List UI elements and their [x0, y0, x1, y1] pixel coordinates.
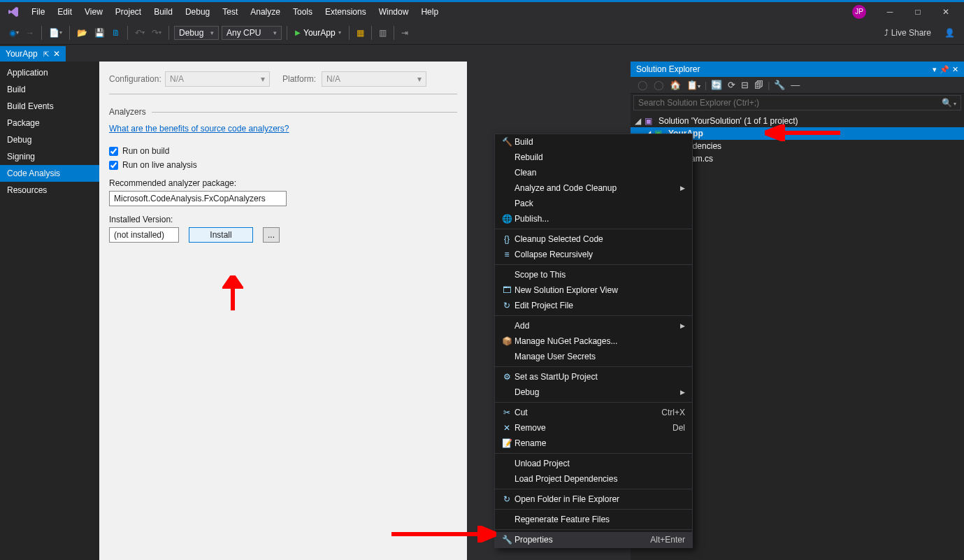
feedback-button[interactable]: 👤 — [942, 27, 958, 39]
menu-file[interactable]: File — [25, 4, 51, 20]
maximize-button[interactable]: □ — [904, 2, 932, 22]
ctx-set-as-startup-project[interactable]: ⚙Set as StartUp Project — [495, 369, 692, 385]
refresh-icon[interactable]: ⟳ — [728, 80, 735, 90]
ctx-cleanup-selected-code[interactable]: {}Cleanup Selected Code — [495, 231, 692, 247]
nav-signing[interactable]: Signing — [0, 148, 99, 165]
home-icon[interactable]: 🏠 — [670, 80, 681, 90]
ctx-add[interactable]: Add▶ — [495, 318, 692, 333]
config-dropdown[interactable]: Debug▾ — [174, 26, 219, 40]
ctx-regenerate-feature-files[interactable]: Regenerate Feature Files — [495, 512, 692, 527]
ctx-manage-nuget-packages-[interactable]: 📦Manage NuGet Packages... — [495, 333, 692, 349]
main-menu: FileEditViewProjectBuildDebugTestAnalyze… — [25, 4, 445, 20]
analyzer-benefits-link[interactable]: What are the benefits of source code ana… — [109, 124, 289, 134]
ctx-build[interactable]: 🔨Build — [495, 134, 692, 150]
step-button[interactable]: ⇥ — [398, 27, 411, 39]
collapse-icon[interactable]: ⊟ — [741, 80, 749, 90]
ctx-collapse-recursively[interactable]: ≡Collapse Recursively — [495, 247, 692, 262]
ctx-manage-user-secrets[interactable]: Manage User Secrets — [495, 349, 692, 364]
pin-icon[interactable]: ⇱ — [43, 50, 49, 58]
nav-code-analysis[interactable]: Code Analysis — [0, 165, 99, 182]
document-tab[interactable]: YourApp ⇱ ✕ — [0, 46, 66, 62]
back-button[interactable]: ◉▾ — [6, 27, 22, 39]
ctx-debug[interactable]: Debug▶ — [495, 385, 692, 400]
menu-view[interactable]: View — [78, 4, 109, 20]
new-item-button[interactable]: 📄▾ — [46, 27, 65, 39]
open-button[interactable]: 📂 — [74, 27, 90, 39]
back-icon[interactable]: ◯ — [638, 80, 648, 90]
run-on-live-checkbox[interactable] — [109, 161, 118, 170]
menu-test[interactable]: Test — [216, 4, 244, 20]
properties-icon[interactable]: 🔧 — [774, 80, 785, 90]
tab-close-icon[interactable]: ✕ — [53, 49, 60, 59]
ctx-scope-to-this[interactable]: Scope to This — [495, 267, 692, 282]
ctx-properties[interactable]: 🔧PropertiesAlt+Enter — [495, 532, 692, 547]
redo-button[interactable]: ↷▾ — [149, 27, 164, 39]
nav-resources[interactable]: Resources — [0, 182, 99, 199]
rec-pkg-label: Recommended analyzer package: — [109, 178, 457, 188]
liveshare-button[interactable]: ⤴Live Share — [882, 27, 934, 39]
menu-analyze[interactable]: Analyze — [244, 4, 287, 20]
nav-build[interactable]: Build — [0, 81, 99, 98]
ctx-publish-[interactable]: 🌐Publish... — [495, 211, 692, 227]
dropdown-icon[interactable]: ▾ — [933, 65, 937, 74]
nav-package[interactable]: Package — [0, 115, 99, 131]
run-on-build-checkbox[interactable] — [109, 147, 118, 156]
ctx-clean[interactable]: Clean — [495, 165, 692, 180]
ctx-icon: ✂ — [499, 408, 515, 417]
nav-build-events[interactable]: Build Events — [0, 98, 99, 115]
ctx-open-folder-in-file-explorer[interactable]: ↻Open Folder in File Explorer — [495, 491, 692, 507]
ctx-new-solution-explorer-view[interactable]: 🗔New Solution Explorer View — [495, 282, 692, 298]
annotation-arrow-icon — [222, 275, 243, 310]
tool-icon-1[interactable]: ▦ — [354, 27, 367, 39]
ctx-edit-project-file[interactable]: ↻Edit Project File — [495, 298, 692, 313]
tool-icon-2[interactable]: ▥ — [376, 27, 389, 39]
solution-search-input[interactable] — [638, 98, 939, 108]
forward-icon[interactable]: ◯ — [654, 80, 664, 90]
pin-icon[interactable]: 📌 — [940, 65, 949, 74]
document-tab-well: YourApp ⇱ ✕ — [0, 45, 964, 62]
minimize-button[interactable]: ─ — [876, 2, 904, 22]
ctx-pack[interactable]: Pack — [495, 196, 692, 211]
menu-debug[interactable]: Debug — [179, 4, 216, 20]
config-combo[interactable]: N/A▾ — [165, 71, 270, 87]
chk-label: Run on build — [122, 146, 169, 156]
install-button[interactable]: Install — [189, 227, 253, 243]
rec-pkg-textbox[interactable]: Microsoft.CodeAnalysis.FxCopAnalyzers — [109, 191, 287, 206]
close-icon[interactable]: ✕ — [952, 65, 958, 74]
ctx-unload-project[interactable]: Unload Project — [495, 456, 692, 471]
show-all-icon[interactable]: 🗐 — [754, 80, 763, 90]
nav-debug[interactable]: Debug — [0, 131, 99, 148]
solution-search[interactable]: 🔍▾ — [633, 95, 961, 110]
start-button[interactable]: ▶YourApp▾ — [291, 27, 345, 39]
browse-button[interactable]: ... — [263, 227, 280, 243]
sync-icon[interactable]: 🔄 — [711, 80, 722, 90]
ctx-rebuild[interactable]: Rebuild — [495, 150, 692, 165]
undo-button[interactable]: ↶▾ — [132, 27, 148, 39]
annotation-arrow-icon — [391, 526, 496, 543]
user-avatar[interactable]: JP — [852, 5, 866, 19]
preview-icon[interactable]: — — [791, 80, 800, 90]
menu-help[interactable]: Help — [415, 4, 445, 20]
ctx-rename[interactable]: 📝Rename — [495, 436, 692, 451]
installed-version-label: Installed Version: — [109, 215, 457, 224]
save-all-button[interactable]: 🗎 — [109, 27, 123, 39]
menu-edit[interactable]: Edit — [51, 4, 78, 20]
ctx-cut[interactable]: ✂CutCtrl+X — [495, 405, 692, 420]
save-button[interactable]: 💾 — [92, 27, 108, 39]
menu-build[interactable]: Build — [148, 4, 179, 20]
menu-extensions[interactable]: Extensions — [319, 4, 373, 20]
close-window-button[interactable]: ✕ — [932, 2, 960, 22]
platform-combo[interactable]: N/A▾ — [322, 71, 426, 87]
switch-view-icon[interactable]: 📋▾ — [686, 80, 700, 90]
platform-dropdown[interactable]: Any CPU▾ — [222, 26, 282, 40]
installed-version-textbox[interactable]: (not installed) — [109, 227, 179, 243]
forward-button[interactable]: → — [23, 27, 37, 39]
menu-project[interactable]: Project — [109, 4, 148, 20]
ctx-load-project-dependencies[interactable]: Load Project Dependencies — [495, 471, 692, 487]
ctx-remove[interactable]: ✕RemoveDel — [495, 420, 692, 436]
nav-application[interactable]: Application — [0, 64, 99, 81]
menu-tools[interactable]: Tools — [287, 4, 319, 20]
menu-window[interactable]: Window — [373, 4, 415, 20]
ctx-analyze-and-code-cleanup[interactable]: Analyze and Code Cleanup▶ — [495, 180, 692, 196]
property-nav: ApplicationBuildBuild EventsPackageDebug… — [0, 62, 99, 560]
